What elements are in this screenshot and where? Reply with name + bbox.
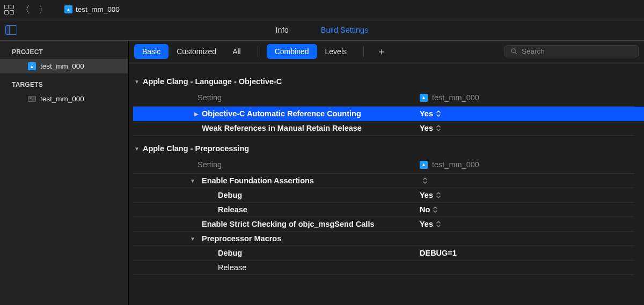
filter-customized-button[interactable]: Customized [169, 44, 224, 59]
nav-back-button[interactable]: 〈 [18, 3, 32, 16]
column-setting-label: Setting [197, 160, 420, 169]
setting-name: Objective-C Automatic Reference Counting [202, 109, 420, 118]
breadcrumb-label: test_mm_000 [76, 5, 120, 13]
filter-levels-button[interactable]: Levels [317, 44, 355, 59]
section-title: Apple Clang - Preprocessing [143, 144, 249, 153]
setting-row[interactable]: DebugYes [133, 188, 634, 203]
breadcrumb[interactable]: test_mm_000 [64, 5, 120, 13]
disclosure-triangle-icon[interactable]: ▶ [194, 111, 199, 117]
project-file-icon [28, 62, 36, 70]
setting-name: Debug [218, 249, 420, 257]
add-setting-button[interactable]: ＋ [372, 45, 391, 58]
sidebar-section-targets: TARGETS [0, 78, 128, 92]
setting-row[interactable]: ▶Objective-C Automatic Reference Countin… [133, 107, 644, 121]
disclosure-triangle-icon[interactable]: ▼ [190, 178, 195, 184]
setting-row[interactable]: ReleaseNo [133, 203, 634, 217]
setting-value[interactable]: Yes [420, 124, 634, 132]
settings-column-header: Settingtest_mm_000 [133, 156, 634, 174]
filter-basic-button[interactable]: Basic [134, 44, 169, 59]
setting-row[interactable]: ▼Preprocessor Macros [133, 232, 634, 246]
filter-all-button[interactable]: All [224, 44, 249, 59]
column-setting-label: Setting [197, 93, 420, 102]
search-icon [510, 48, 517, 55]
window-layout-icon[interactable] [4, 5, 14, 14]
search-field[interactable] [504, 45, 639, 57]
setting-row[interactable]: ▼Enable Foundation Assertions [133, 174, 634, 188]
setting-name: Release [218, 263, 420, 272]
setting-value[interactable]: No [420, 205, 634, 214]
project-file-icon [420, 161, 428, 169]
toggle-sidebar-button[interactable] [0, 25, 23, 35]
setting-name: Release [218, 205, 420, 214]
project-file-icon [64, 5, 72, 13]
setting-value[interactable] [420, 177, 634, 184]
column-project-label: test_mm_000 [432, 160, 479, 169]
sidebar-item-target[interactable]: test_mm_000 [0, 92, 128, 106]
settings-column-header: Settingtest_mm_000 [133, 89, 634, 107]
search-input[interactable] [522, 47, 633, 55]
setting-name: Enable Strict Checking of objc_msgSend C… [202, 220, 420, 228]
build-settings-list[interactable]: ▼Apple Clang - Language - Objective-CSet… [129, 62, 644, 305]
view-segmented-control: Combined Levels [267, 44, 355, 59]
sidebar-item-label: test_mm_000 [40, 95, 84, 103]
target-cli-icon [28, 96, 36, 102]
settings-section-header[interactable]: ▼Apple Clang - Preprocessing [133, 136, 644, 156]
scope-segmented-control: Basic Customized All [134, 44, 249, 59]
setting-row[interactable]: Enable Strict Checking of objc_msgSend C… [133, 217, 634, 232]
divider [258, 46, 258, 57]
navigation-bar: 〈 〉 test_mm_000 [0, 0, 644, 19]
setting-name: Weak References in Manual Retain Release [202, 124, 420, 132]
setting-value[interactable]: DEBUG=1 [420, 249, 634, 257]
project-file-icon [420, 94, 428, 102]
setting-row[interactable]: Release [133, 261, 634, 275]
filter-combined-button[interactable]: Combined [267, 44, 317, 59]
sidebar-section-project: PROJECT [0, 45, 128, 59]
section-title: Apple Clang - Language - Objective-C [143, 77, 282, 86]
sidebar-item-project[interactable]: test_mm_000 [0, 59, 128, 73]
tab-build-settings[interactable]: Build Settings [321, 26, 369, 34]
editor-tab-bar: Info Build Settings [0, 19, 644, 41]
setting-name: Enable Foundation Assertions [202, 176, 420, 185]
disclosure-triangle-icon: ▼ [134, 146, 140, 152]
setting-name: Preprocessor Macros [202, 234, 420, 243]
svg-line-1 [515, 53, 517, 54]
tab-info[interactable]: Info [276, 26, 289, 34]
disclosure-triangle-icon[interactable]: ▼ [190, 236, 195, 242]
setting-row[interactable]: Weak References in Manual Retain Release… [133, 121, 634, 136]
setting-row[interactable]: DebugDEBUG=1 [133, 246, 634, 261]
sidebar-item-label: test_mm_000 [40, 62, 84, 70]
disclosure-triangle-icon: ▼ [134, 79, 140, 85]
divider [363, 46, 364, 57]
setting-value[interactable]: Yes [420, 220, 634, 228]
setting-value[interactable]: Yes [420, 109, 634, 118]
nav-forward-button: 〉 [36, 3, 50, 16]
build-settings-filter-bar: Basic Customized All Combined Levels ＋ [129, 41, 644, 62]
column-project-label: test_mm_000 [432, 93, 479, 102]
settings-section-header[interactable]: ▼Apple Clang - Language - Objective-C [133, 69, 644, 89]
setting-value[interactable]: Yes [420, 191, 634, 199]
project-sidebar: PROJECT test_mm_000 TARGETS test_mm_000 [0, 41, 129, 305]
setting-name: Debug [218, 191, 420, 199]
